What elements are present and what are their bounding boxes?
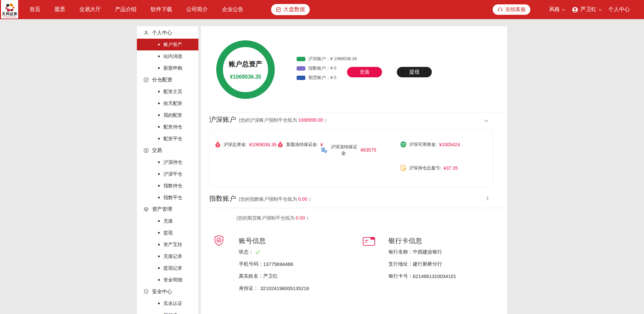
stat-ipo-frozen-margin: ¥ 新股冻结保证金: ¥: [277, 141, 323, 148]
sidebar: 个人中心 账户资产 站内消息 新股申购 分仓配资 配资主页 按天配资 我的配资 …: [137, 26, 198, 314]
bullet-icon: [158, 197, 160, 198]
yuan-icon: [143, 148, 149, 153]
bullet-icon: [158, 244, 160, 245]
sidebar-item-index-close[interactable]: 指数平仓: [137, 192, 198, 203]
user-dropdown[interactable]: 严卫红: [572, 6, 601, 13]
nav-item-personal-center[interactable]: 个人中心: [608, 6, 630, 13]
sidebar-section-trade[interactable]: 交易: [137, 145, 198, 156]
stat-hs-total-pnl: 沪深持仓总盈亏: ¥37.35: [400, 164, 458, 171]
chevron-down-icon: [562, 7, 565, 11]
sidebar-item-real-name-auth[interactable]: 实名认证: [137, 298, 198, 309]
bullet-icon: [158, 232, 160, 234]
total-assets-value: ¥1069036.35: [230, 74, 261, 80]
cash-icon: [400, 141, 407, 148]
status-row: 状态：: [239, 249, 309, 255]
id-card-row: 身份证：321024196005135216: [239, 285, 309, 291]
user-icon: [143, 30, 149, 36]
sidebar-item-asset-transfer[interactable]: 资产互转: [137, 239, 198, 250]
avatar: [572, 6, 578, 13]
bullet-icon: [158, 220, 160, 222]
sidebar-item-allocation-home[interactable]: 配资主页: [137, 86, 198, 97]
logo-flower-icon: [5, 3, 15, 12]
sidebar-item-daily-allocation[interactable]: 按天配资: [137, 97, 198, 109]
sidebar-section-security-center[interactable]: 安全中心: [137, 286, 198, 298]
main-panel: 账户总资产 ¥1069036.35 沪深账户：¥ 1069036.35 指数账户…: [201, 26, 507, 314]
market-data-button[interactable]: 大盘数据: [271, 4, 310, 15]
svg-text:¥: ¥: [279, 143, 281, 147]
moneybag-icon: ¥: [214, 141, 221, 148]
sidebar-item-hs-positions[interactable]: 沪深持仓: [137, 156, 198, 168]
sidebar-item-allocation-close[interactable]: 配资平仓: [137, 133, 198, 145]
withdraw-button[interactable]: 提现: [397, 67, 432, 77]
chevron-right-icon[interactable]: [484, 195, 490, 201]
sidebar-item-recharge[interactable]: 充值: [137, 215, 198, 227]
hs-account-header: 沪深账户 (您的沪深账户强制平仓线为 1068999.00 ）: [209, 115, 329, 124]
recharge-button[interactable]: 充值: [347, 67, 382, 77]
sidebar-section-asset-management[interactable]: 资产管理: [137, 203, 198, 215]
top-nav: 天风证券 TF SECURITIES 首页 股票 交易大厅 产品介绍 软件下载 …: [0, 0, 644, 19]
moneybag-icon: ¥: [277, 141, 284, 148]
sidebar-item-fund-details[interactable]: 资金明细: [137, 274, 198, 286]
bullet-icon: [158, 103, 160, 104]
sidebar-item-ipo-subscription[interactable]: 新股申购: [137, 62, 198, 74]
real-name-row: 真实姓名：严卫红: [239, 273, 309, 279]
sidebar-item-bank-card[interactable]: 银行卡: [137, 309, 198, 314]
legend-row-futures: 期货账户：¥ 0: [297, 75, 357, 81]
sidebar-item-withdraw[interactable]: 提现: [137, 227, 198, 239]
exchange-icon: [143, 77, 149, 83]
svg-text:¥: ¥: [217, 143, 219, 147]
index-account-header: 指数账户 (您的指数账户强制平仓线为 0.00 ）: [209, 194, 313, 203]
sidebar-item-site-messages[interactable]: 站内消息: [137, 50, 198, 62]
futures-note: (您的期货账户强制平仓线为 0.00 ）: [236, 215, 311, 221]
nav-item-company[interactable]: 公司简介: [186, 6, 208, 13]
total-assets-title: 账户总资产: [229, 60, 262, 69]
divider: [209, 112, 506, 112]
bullet-icon: [158, 279, 160, 281]
nav-item-stocks[interactable]: 股票: [54, 6, 65, 13]
legend-swatch-green: [297, 57, 305, 61]
bank-name-row: 银行名称：中国建设银行: [388, 249, 456, 255]
shield-check-icon: [213, 235, 225, 247]
chevron-down-icon: [599, 7, 602, 11]
sidebar-item-withdraw-records[interactable]: 提现记录: [137, 262, 198, 274]
shield-icon: [143, 289, 149, 295]
nav-right: 在线客服 风格 严卫红 个人中心: [493, 4, 630, 15]
logo-subtext: TF SECURITIES: [3, 16, 16, 17]
divider: [209, 208, 506, 208]
coins-icon: [320, 147, 328, 154]
sidebar-section-allocation[interactable]: 分仓配资: [137, 74, 198, 86]
sidebar-item-allocation-positions[interactable]: 配资持仓: [137, 121, 198, 133]
nav-item-products[interactable]: 产品介绍: [115, 6, 137, 13]
sidebar-item-hs-close[interactable]: 沪深平仓: [137, 168, 198, 180]
sidebar-section-personal-center[interactable]: 个人中心: [137, 27, 198, 39]
headset-icon: [497, 7, 503, 12]
stat-hs-available-funds: 沪深可用资金: ¥1005424: [400, 141, 460, 148]
bank-info-title: 银行卡信息: [388, 236, 422, 245]
nav-item-announcements[interactable]: 企业公告: [222, 6, 243, 13]
bank-card-icon: [363, 236, 375, 246]
nav-item-downloads[interactable]: 软件下载: [151, 6, 172, 13]
legend-row-hs: 沪深账户：¥ 1069036.35: [297, 56, 357, 62]
accounts-legend: 沪深账户：¥ 1069036.35 指数账户：¥ 0 期货账户：¥ 0: [297, 56, 357, 81]
sidebar-item-recharge-records[interactable]: 充值记录: [137, 250, 198, 262]
style-dropdown[interactable]: 风格: [549, 6, 564, 13]
bullet-icon: [158, 267, 160, 269]
hs-account-panel: ¥ 沪深总资金: ¥1069036.35 ¥ 新股冻结保证金: ¥: [209, 130, 493, 187]
chart-icon: [276, 7, 281, 12]
online-service-button[interactable]: 在线客服: [493, 4, 530, 15]
chevron-down-icon[interactable]: [483, 118, 489, 124]
sidebar-item-my-allocation[interactable]: 我的配资: [137, 109, 198, 121]
nav-item-home[interactable]: 首页: [30, 6, 40, 13]
bullet-icon: [158, 67, 160, 69]
sidebar-item-account-assets[interactable]: 账户资产: [137, 39, 198, 50]
sidebar-item-index-positions[interactable]: 指数持仓: [137, 180, 198, 192]
logo[interactable]: 天风证券 TF SECURITIES: [1, 0, 18, 18]
legend-swatch-purple: [297, 66, 305, 71]
index-account-title: 指数账户: [209, 194, 236, 203]
bullet-icon: [158, 114, 160, 116]
nav-links: 首页 股票 交易大厅 产品介绍 软件下载 公司简介 企业公告 大盘数据: [30, 4, 310, 15]
hs-account-subtitle: (您的沪深账户强制平仓线为 1068999.00 ）: [239, 117, 329, 123]
bullet-icon: [158, 185, 160, 187]
account-info-rows: 状态： 手机号码：13775694488 真实姓名：严卫红 身份证：321024…: [239, 249, 309, 291]
nav-item-trading-hall[interactable]: 交易大厅: [79, 6, 101, 13]
